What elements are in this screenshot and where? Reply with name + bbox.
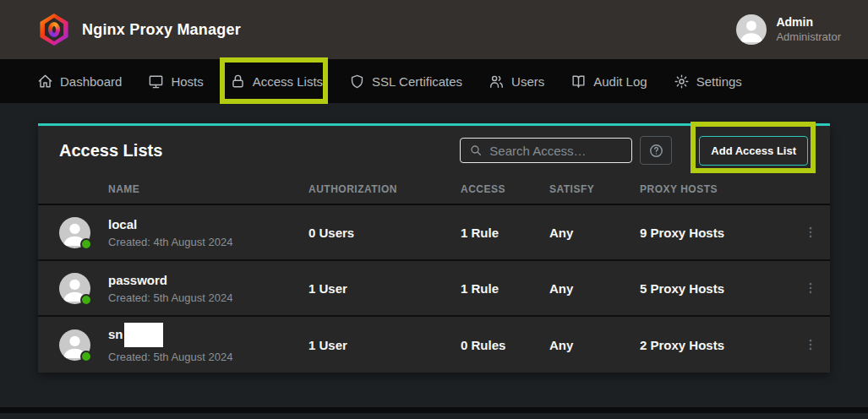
column-header-authorization: AUTHORIZATION: [308, 183, 461, 195]
status-dot: [80, 351, 92, 362]
home-icon: [37, 73, 53, 90]
add-button-wrap: Add Access List: [699, 136, 808, 166]
user-name: Admin: [776, 15, 841, 30]
card-controls: Add Access List: [460, 136, 817, 166]
status-dot: [80, 294, 92, 306]
access-list-name: local: [108, 217, 137, 232]
search-box: [460, 138, 632, 163]
shield-icon: [349, 73, 365, 90]
kebab-icon: [803, 280, 818, 296]
status-dot: [80, 238, 92, 250]
column-header-name: NAME: [108, 183, 308, 195]
name-cell: local Created: 4th August 2024: [108, 217, 308, 248]
app-brand[interactable]: Nginx Proxy Manager: [39, 14, 241, 46]
table-header: NAME AUTHORIZATION ACCESS SATISFY PROXY …: [38, 175, 830, 205]
table-row[interactable]: local Created: 4th August 2024 0 Users 1…: [38, 205, 830, 261]
nav-item-hosts[interactable]: Hosts: [148, 73, 203, 90]
nav-label: Settings: [696, 74, 742, 89]
card-header: Access Lists Add Access List: [38, 126, 830, 175]
kebab-icon: [803, 225, 818, 240]
user-menu[interactable]: Admin Administrator: [736, 14, 841, 45]
proxy-hosts-value: 9 Proxy Hosts: [640, 226, 790, 240]
help-icon: [648, 143, 664, 159]
created-date: Created: 5th August 2024: [108, 291, 308, 304]
column-header-satisfy: SATISFY: [549, 183, 640, 195]
redaction-box: [124, 323, 163, 347]
satisfy-value: Any: [549, 338, 640, 352]
topbar: Nginx Proxy Manager Admin Administrator: [0, 0, 868, 59]
nav-label: Audit Log: [593, 74, 647, 89]
access-list-avatar: [59, 273, 90, 304]
search-icon: [469, 144, 483, 157]
user-meta: Admin Administrator: [776, 15, 841, 44]
page-title: Access Lists: [59, 141, 162, 161]
name-cell: password Created: 5th August 2024: [108, 273, 308, 304]
search-input[interactable]: [489, 144, 623, 158]
access-lists-card: Access Lists Add Access List NAME AUTHOR…: [38, 123, 830, 373]
row-menu-button[interactable]: [801, 334, 820, 356]
nav-label: Dashboard: [60, 74, 122, 89]
access-value: 1 Rule: [461, 281, 549, 296]
authorization-value: 1 User: [308, 281, 461, 296]
name-cell: sn Created: 5th August 2024: [108, 327, 308, 363]
footer-strip: [0, 407, 868, 413]
access-list-avatar: [59, 329, 90, 361]
authorization-value: 1 User: [308, 338, 461, 352]
gear-icon: [674, 73, 690, 90]
satisfy-value: Any: [549, 226, 640, 240]
satisfy-value: Any: [549, 281, 640, 296]
nav-label: Users: [511, 74, 544, 89]
app-logo-icon: [39, 14, 69, 46]
created-date: Created: 5th August 2024: [108, 351, 308, 363]
nav-item-dashboard[interactable]: Dashboard: [37, 73, 122, 90]
nav-item-ssl-certificates[interactable]: SSL Certificates: [349, 73, 462, 90]
authorization-value: 0 Users: [308, 226, 461, 240]
access-value: 0 Rules: [461, 338, 549, 352]
proxy-hosts-value: 5 Proxy Hosts: [640, 281, 790, 296]
access-list-name: sn: [108, 327, 123, 342]
user-avatar: [736, 14, 767, 45]
nav-item-users[interactable]: Users: [489, 73, 544, 90]
created-date: Created: 4th August 2024: [108, 236, 308, 248]
proxy-hosts-value: 2 Proxy Hosts: [640, 338, 790, 352]
monitor-icon: [148, 73, 164, 90]
app-title: Nginx Proxy Manager: [82, 21, 241, 39]
access-list-avatar: [59, 217, 90, 248]
nav-label: SSL Certificates: [372, 74, 462, 89]
nav-label: Hosts: [171, 74, 203, 89]
lock-icon: [230, 73, 246, 90]
nav-item-audit-log[interactable]: Audit Log: [570, 73, 647, 90]
nav-item-access-lists[interactable]: Access Lists: [230, 73, 323, 90]
page-content: Access Lists Add Access List NAME AUTHOR…: [0, 103, 868, 413]
access-list-name: password: [108, 273, 167, 288]
kebab-icon: [803, 337, 818, 352]
users-icon: [489, 73, 505, 90]
nav-label: Access Lists: [253, 74, 323, 89]
column-header-access: ACCESS: [461, 183, 549, 195]
access-value: 1 Rule: [461, 226, 549, 240]
column-header-proxy-hosts: PROXY HOSTS: [640, 183, 790, 195]
help-button[interactable]: [640, 136, 672, 165]
row-menu-button[interactable]: [801, 221, 820, 243]
main-nav: Dashboard Hosts Access Lists SSL Certifi…: [0, 59, 868, 103]
user-role: Administrator: [776, 30, 841, 44]
row-menu-button[interactable]: [801, 277, 820, 299]
book-icon: [570, 73, 587, 90]
nav-item-settings[interactable]: Settings: [674, 73, 742, 90]
add-access-list-button[interactable]: Add Access List: [699, 136, 808, 166]
table-row[interactable]: password Created: 5th August 2024 1 User…: [38, 261, 830, 317]
table-row[interactable]: sn Created: 5th August 2024 1 User 0 Rul…: [38, 317, 830, 373]
